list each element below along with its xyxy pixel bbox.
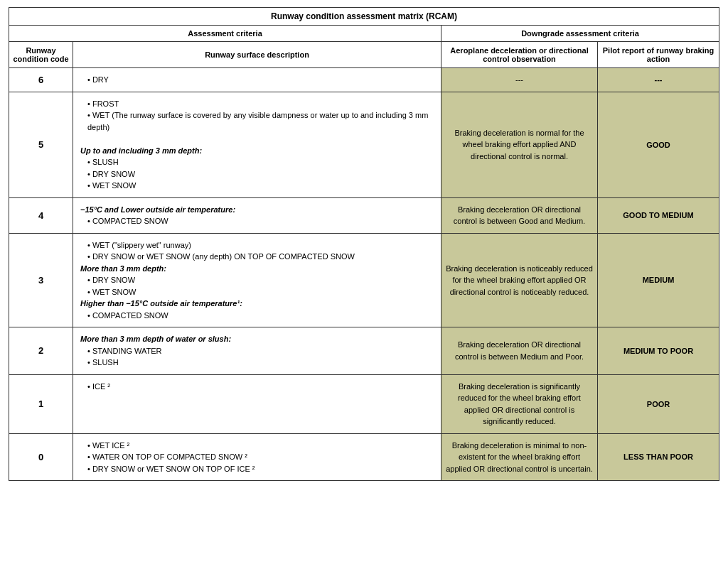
cell-desc: FROSTWET (The runway surface is covered … [73, 92, 441, 197]
cell-decel: Braking deceleration is minimal to non-e… [441, 434, 598, 481]
cell-pilot: GOOD [598, 92, 719, 197]
cell-decel: Braking deceleration OR directional cont… [441, 198, 598, 233]
cell-pilot: --- [598, 68, 719, 92]
cell-decel: Braking deceleration is noticeably reduc… [441, 234, 598, 327]
sub-header-desc: Runway surface description [73, 42, 441, 67]
header-row: Assessment criteria Downgrade assessment… [9, 26, 719, 42]
cell-pilot: MEDIUM TO POOR [598, 327, 719, 374]
sub-header-code: Runway condition code [9, 42, 73, 67]
header-assessment: Assessment criteria [9, 26, 441, 41]
table-row: 5FROSTWET (The runway surface is covered… [9, 92, 719, 198]
cell-pilot: MEDIUM [598, 234, 719, 327]
cell-decel: Braking deceleration is normal for the w… [441, 92, 598, 197]
table-row: 4−15°C and Lower outside air temperature… [9, 198, 719, 234]
cell-desc: −15°C and Lower outside air temperature:… [73, 198, 441, 233]
cell-code: 1 [9, 375, 73, 433]
table-row: 1ICE ²Braking deceleration is significan… [9, 375, 719, 434]
sub-header-row: Runway condition code Runway surface des… [9, 42, 719, 68]
cell-desc: ICE ² [73, 375, 441, 433]
cell-code: 5 [9, 92, 73, 197]
cell-pilot: LESS THAN POOR [598, 434, 719, 481]
cell-desc: WET ICE ²WATER ON TOP OF COMPACTED SNOW … [73, 434, 441, 481]
cell-code: 0 [9, 434, 73, 481]
cell-desc: More than 3 mm depth of water or slush:S… [73, 327, 441, 374]
rcam-table: Runway condition assessment matrix (RCAM… [9, 7, 719, 481]
cell-code: 4 [9, 198, 73, 233]
sub-header-pilot: Pilot report of runway braking action [598, 42, 719, 67]
header-downgrade: Downgrade assessment criteria [441, 26, 719, 41]
cell-code: 6 [9, 68, 73, 92]
cell-desc: DRY [73, 68, 441, 92]
table-row: 2More than 3 mm depth of water or slush:… [9, 327, 719, 375]
cell-code: 3 [9, 234, 73, 327]
cell-code: 2 [9, 327, 73, 374]
table-row: 0WET ICE ²WATER ON TOP OF COMPACTED SNOW… [9, 434, 719, 481]
cell-decel: --- [441, 68, 598, 92]
cell-desc: WET ("slippery wet" runway)DRY SNOW or W… [73, 234, 441, 327]
table-title: Runway condition assessment matrix (RCAM… [9, 8, 719, 26]
cell-pilot: GOOD TO MEDIUM [598, 198, 719, 233]
cell-decel: Braking deceleration OR directional cont… [441, 327, 598, 374]
cell-pilot: POOR [598, 375, 719, 433]
table-row: 6DRY------ [9, 68, 719, 92]
sub-header-decel: Aeroplane deceleration or directional co… [441, 42, 598, 67]
data-rows: 6DRY------5FROSTWET (The runway surface … [9, 68, 719, 480]
table-row: 3WET ("slippery wet" runway)DRY SNOW or … [9, 234, 719, 328]
cell-decel: Braking deceleration is significantly re… [441, 375, 598, 433]
